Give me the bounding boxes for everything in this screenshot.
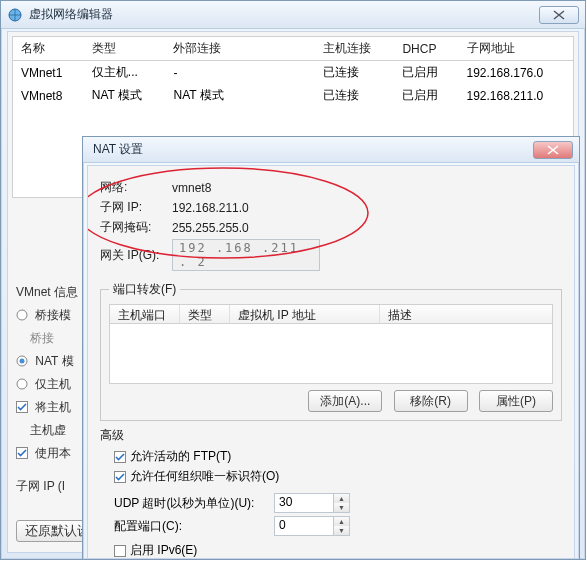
close-icon xyxy=(547,145,559,155)
cell-type: NAT 模式 xyxy=(84,84,166,107)
allow-oui-label: 允许任何组织唯一标识符(O) xyxy=(130,468,279,485)
network-row: 网络: vmnet8 xyxy=(100,179,562,196)
col-type[interactable]: 类型 xyxy=(180,305,230,323)
subnet-ip-value: 192.168.211.0 xyxy=(172,201,249,215)
col-ext[interactable]: 外部连接 xyxy=(165,37,315,61)
subnet-mask-value: 255.255.255.0 xyxy=(172,221,249,235)
allow-oui-check[interactable]: 允许任何组织唯一标识符(O) xyxy=(114,468,562,485)
close-button[interactable] xyxy=(539,6,579,24)
close-button[interactable] xyxy=(533,141,573,159)
udp-timeout-row: UDP 超时(以秒为单位)(U): 30▲▼ xyxy=(114,493,562,513)
use-local-label: 使用本 xyxy=(35,446,71,460)
subnet-ip-row: 子网 IP: 192.168.211.0 xyxy=(100,199,562,216)
col-desc[interactable]: 描述 xyxy=(380,305,552,323)
udp-timeout-input[interactable]: 30 xyxy=(274,493,334,513)
vmnet-info-panel: VMnet 信息 桥接模 桥接 NAT 模 仅主机 将主机 主机虚 使用本 xyxy=(16,278,86,501)
svg-rect-10 xyxy=(115,545,126,556)
connect-host-label: 将主机 xyxy=(35,400,71,414)
use-local-check[interactable]: 使用本 xyxy=(16,445,86,462)
nat-radio[interactable]: NAT 模 xyxy=(16,353,86,370)
parent-title: 虚拟网络编辑器 xyxy=(29,6,537,23)
app-icon xyxy=(7,7,23,23)
subnet-ip-label: 子网 IP (I xyxy=(16,478,86,495)
svg-point-1 xyxy=(17,310,27,320)
parent-titlebar[interactable]: 虚拟网络编辑器 xyxy=(1,1,585,29)
child-title: NAT 设置 xyxy=(89,141,531,158)
vmnet-info-label: VMnet 信息 xyxy=(16,284,86,301)
col-subnet[interactable]: 子网地址 xyxy=(459,37,574,61)
port-forward-header: 主机端口 类型 虚拟机 IP 地址 描述 xyxy=(109,304,553,324)
svg-point-3 xyxy=(20,359,25,364)
col-vmip[interactable]: 虚拟机 IP 地址 xyxy=(230,305,380,323)
udp-timeout-label: UDP 超时(以秒为单位)(U): xyxy=(114,495,274,512)
cell-ext: NAT 模式 xyxy=(165,84,315,107)
config-port-input[interactable]: 0 xyxy=(274,516,334,536)
checkbox-icon xyxy=(114,545,126,557)
checkbox-icon xyxy=(16,447,28,459)
network-value: vmnet8 xyxy=(172,181,211,195)
table-header: 名称 类型 外部连接 主机连接 DHCP 子网地址 xyxy=(13,37,574,61)
port-forward-list[interactable] xyxy=(109,324,553,384)
advanced-label: 高级 xyxy=(100,427,562,444)
cell-type: 仅主机... xyxy=(84,61,166,85)
chevron-down-icon: ▼ xyxy=(334,526,349,535)
cell-subnet: 192.168.176.0 xyxy=(459,61,574,85)
cell-name: VMnet8 xyxy=(13,84,84,107)
chevron-up-icon: ▲ xyxy=(334,494,349,503)
spinner[interactable]: ▲▼ xyxy=(334,516,350,536)
enable-ipv6-label: 启用 IPv6(E) xyxy=(130,542,197,559)
port-forward-legend: 端口转发(F) xyxy=(109,281,180,298)
gateway-ip-input[interactable]: 192 .168 .211 . 2 xyxy=(172,239,320,271)
child-body: 网络: vmnet8 子网 IP: 192.168.211.0 子网掩码: 25… xyxy=(87,165,575,559)
col-host[interactable]: 主机连接 xyxy=(315,37,394,61)
hostonly-label: 仅主机 xyxy=(35,377,71,391)
bridge-to-label: 桥接 xyxy=(30,330,86,347)
config-port-row: 配置端口(C): 0▲▼ xyxy=(114,516,562,536)
svg-point-4 xyxy=(17,379,27,389)
allow-ftp-label: 允许活动的 FTP(T) xyxy=(130,448,231,465)
col-dhcp[interactable]: DHCP xyxy=(394,37,458,61)
allow-ftp-check[interactable]: 允许活动的 FTP(T) xyxy=(114,448,562,465)
port-forward-group: 端口转发(F) 主机端口 类型 虚拟机 IP 地址 描述 添加(A)... 移除… xyxy=(100,281,562,421)
radio-icon xyxy=(16,309,28,321)
cell-host: 已连接 xyxy=(315,61,394,85)
cell-subnet: 192.168.211.0 xyxy=(459,84,574,107)
gateway-row: 网关 IP(G): 192 .168 .211 . 2 xyxy=(100,239,562,271)
spinner[interactable]: ▲▼ xyxy=(334,493,350,513)
hostonly-radio[interactable]: 仅主机 xyxy=(16,376,86,393)
child-titlebar[interactable]: NAT 设置 xyxy=(83,137,579,163)
nat-label: NAT 模 xyxy=(35,354,73,368)
config-port-label: 配置端口(C): xyxy=(114,518,274,535)
radio-icon xyxy=(16,355,28,367)
nat-settings-dialog: NAT 设置 网络: vmnet8 子网 IP: 192.168.211.0 子… xyxy=(82,136,580,560)
subnet-mask-row: 子网掩码: 255.255.255.0 xyxy=(100,219,562,236)
cell-dhcp: 已启用 xyxy=(394,61,458,85)
remove-button[interactable]: 移除(R) xyxy=(394,390,468,412)
col-name[interactable]: 名称 xyxy=(13,37,84,61)
checkbox-icon xyxy=(114,471,126,483)
connect-host-check[interactable]: 将主机 xyxy=(16,399,86,416)
subnet-mask-label: 子网掩码: xyxy=(100,219,172,236)
network-label: 网络: xyxy=(100,179,172,196)
table-row[interactable]: VMnet1 仅主机... - 已连接 已启用 192.168.176.0 xyxy=(13,61,574,85)
cell-host: 已连接 xyxy=(315,84,394,107)
cell-ext: - xyxy=(165,61,315,85)
subnet-ip-label: 子网 IP: xyxy=(100,199,172,216)
host-vadapter-label: 主机虚 xyxy=(30,422,86,439)
gateway-label: 网关 IP(G): xyxy=(100,247,172,264)
bridge-label: 桥接模 xyxy=(35,308,71,322)
bridge-radio[interactable]: 桥接模 xyxy=(16,307,86,324)
cell-dhcp: 已启用 xyxy=(394,84,458,107)
port-forward-buttons: 添加(A)... 移除(R) 属性(P) xyxy=(109,390,553,412)
cell-name: VMnet1 xyxy=(13,61,84,85)
col-type[interactable]: 类型 xyxy=(84,37,166,61)
chevron-down-icon: ▼ xyxy=(334,503,349,512)
add-button[interactable]: 添加(A)... xyxy=(308,390,382,412)
properties-button[interactable]: 属性(P) xyxy=(479,390,553,412)
enable-ipv6-check[interactable]: 启用 IPv6(E) xyxy=(114,542,562,559)
checkbox-icon xyxy=(16,401,28,413)
radio-icon xyxy=(16,378,28,390)
table-row[interactable]: VMnet8 NAT 模式 NAT 模式 已连接 已启用 192.168.211… xyxy=(13,84,574,107)
chevron-up-icon: ▲ xyxy=(334,517,349,526)
col-hostport[interactable]: 主机端口 xyxy=(110,305,180,323)
